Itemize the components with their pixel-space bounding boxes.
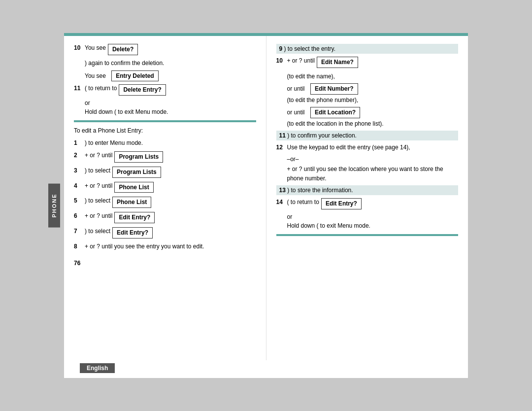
step-11-hold: Hold down ( to exit Menu mode. [85, 108, 256, 115]
step-3-content: ) to select [85, 167, 110, 175]
step-1-num: 1 [74, 139, 85, 147]
step-10-you-see: You see [85, 44, 106, 52]
step-1-content: ) to enter Menu mode. [85, 139, 143, 147]
right-step-10-sub2: (to edit the phone number), [287, 96, 459, 105]
right-step-12-content: Use the keypad to edit the entry (see pa… [287, 143, 410, 152]
step-4-row: 4 + or ? until Phone List [74, 182, 256, 193]
step-6-num: 6 [74, 212, 85, 220]
page-number: 76 [74, 260, 256, 267]
right-step-14-hold: Hold down ( to exit Menu mode. [287, 222, 459, 229]
right-step-10-sub3: (to edit the location in the phone list)… [287, 119, 459, 129]
step-2-content: + or ? until [85, 151, 112, 160]
right-step-13-content: ) to store the information. [287, 187, 353, 194]
phone-tab: PHONE [48, 183, 60, 227]
step-5-num: 5 [74, 197, 85, 205]
step-7-row: 7 ) to select Edit Entry? [74, 227, 256, 239]
bottom-area: English [64, 360, 468, 378]
step-9-content: ) to select the entry. [284, 45, 336, 52]
delete-box: Delete? [108, 44, 138, 55]
step-2-row: 2 + or ? until Program Lists [74, 151, 256, 163]
teal-divider-left [74, 120, 256, 122]
edit-location-box: Edit Location? [310, 107, 360, 118]
right-step-13-shaded: 13 ) to store the information. [276, 185, 459, 195]
step-6-content: + or ? until [85, 212, 112, 220]
step-10-row: 10 You see Delete? [74, 44, 256, 55]
step-7-content: ) to select [85, 227, 110, 236]
left-column: 10 You see Delete? ) again to confirm th… [64, 36, 266, 360]
delete-entry-box: Delete Entry? [119, 84, 166, 96]
right-step-14-num: 14 [276, 198, 287, 206]
right-step-10-row: 10 + or ? until Edit Name? [276, 57, 459, 68]
entry-deleted-box: Entry Deleted [111, 70, 158, 82]
right-step-12-sub: + or ? until you see the location where … [287, 165, 459, 183]
phone-list-box-1: Phone List [114, 182, 153, 193]
english-badge: English [80, 363, 115, 373]
step-3-num: 3 [74, 167, 85, 175]
step-11-num: 11 [74, 84, 85, 93]
step-8-content: + or ? until you see the entry you want … [85, 242, 204, 251]
right-step-12-row: 12 Use the keypad to edit the entry (see… [276, 143, 459, 152]
step-10-sub1: ) again to confirm the deletion. [85, 59, 256, 68]
teal-divider-right [276, 234, 459, 236]
phone-list-box-2: Phone List [112, 197, 151, 208]
step-10-num: 10 [74, 44, 85, 52]
program-lists-box-2: Program Lists [112, 167, 161, 178]
step-1-row: 1 ) to enter Menu mode. [74, 139, 256, 147]
step-11-row: 11 ( to return to Delete Entry? [74, 84, 256, 96]
step-9-shaded: 9 ) to select the entry. [276, 44, 459, 54]
edit-entry-box-2: Edit Entry? [112, 227, 153, 239]
right-step-10-sub1: (to edit the name), [287, 72, 459, 81]
edit-title: To edit a Phone List Entry: [74, 127, 256, 134]
step-11-sub: ( to return to [85, 84, 117, 93]
right-column: 9 ) to select the entry. 10 + or ? until… [266, 36, 468, 360]
step-6-row: 6 + or ? until Edit Entry? [74, 212, 256, 223]
step-5-content: ) to select [85, 197, 110, 205]
right-step-14-row: 14 ( to return to Edit Entry? [276, 198, 459, 209]
step-4-num: 4 [74, 182, 85, 190]
right-step-12-or: –or– [287, 156, 459, 163]
step-7-num: 7 [74, 227, 85, 236]
right-step-11-shaded: 11 ) to confirm your selection. [276, 131, 459, 140]
step-8-num: 8 [74, 242, 85, 251]
right-step-10-or1: or until Edit Number? [287, 83, 459, 95]
right-step-14-content: ( to return to [287, 198, 319, 206]
program-lists-box-1: Program Lists [114, 151, 163, 163]
right-step-10-or2: or until Edit Location? [287, 107, 459, 118]
right-step-12-num: 12 [276, 143, 287, 152]
step-8-row: 8 + or ? until you see the entry you wan… [74, 242, 256, 251]
edit-entry-box-1: Edit Entry? [114, 212, 155, 223]
right-step-14-or: or [287, 213, 459, 220]
edit-name-box: Edit Name? [317, 57, 358, 68]
step-5-row: 5 ) to select Phone List [74, 197, 256, 208]
right-step-10-content: + or ? until [287, 57, 315, 65]
right-edit-entry-box: Edit Entry? [321, 198, 362, 209]
right-step-10-num: 10 [276, 57, 287, 65]
step-11-or: or [85, 100, 256, 106]
step-2-num: 2 [74, 151, 85, 160]
step-3-row: 3 ) to select Program Lists [74, 167, 256, 178]
step-4-content: + or ? until [85, 182, 112, 190]
step-10-you-see2: You see Entry Deleted [85, 70, 256, 82]
edit-number-box: Edit Number? [310, 83, 358, 95]
right-step-11-content: ) to confirm your selection. [287, 132, 357, 139]
